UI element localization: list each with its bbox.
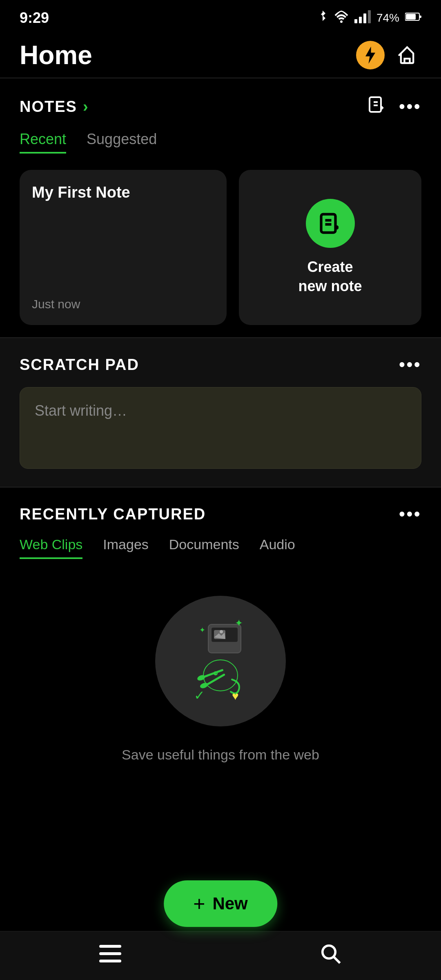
svg-text:✓: ✓ [194, 688, 205, 703]
scratch-textarea[interactable] [20, 387, 421, 469]
web-clips-empty-text: Save useful things from the web [122, 747, 319, 763]
flash-icon[interactable] [356, 41, 385, 69]
fab-plus-icon: + [193, 892, 205, 915]
web-clips-empty-state: ✦ ✦ ♥ [20, 579, 421, 763]
note-card-title: My First Note [32, 184, 214, 201]
svg-rect-35 [99, 952, 121, 955]
recently-captured-section: RECENTLY CAPTURED ••• Web Clips Images D… [0, 488, 441, 779]
captured-tabs: Web Clips Images Documents Audio [20, 537, 421, 559]
svg-text:♥: ♥ [232, 690, 239, 702]
svg-rect-4 [368, 10, 371, 23]
svg-rect-1 [354, 19, 357, 23]
captured-header: RECENTLY CAPTURED ••• [20, 504, 421, 524]
scratch-title: SCRATCH PAD [20, 356, 139, 374]
svg-text:✦: ✦ [199, 626, 205, 634]
tab-recent[interactable]: Recent [20, 131, 66, 154]
fab-label: New [212, 894, 247, 913]
scratch-header: SCRATCH PAD ••• [20, 354, 421, 375]
status-icons: 74% [317, 9, 421, 27]
notes-tabs: Recent Suggested [20, 131, 421, 154]
fab-container: + New [164, 880, 277, 927]
new-note-icon[interactable] [367, 95, 387, 118]
notes-section-header: NOTES › ••• [20, 95, 421, 118]
scratch-more-icon[interactable]: ••• [399, 354, 421, 375]
new-button[interactable]: + New [164, 880, 277, 927]
app-header: Home [0, 33, 441, 78]
status-time: 9:29 [20, 9, 49, 27]
app-title: Home [20, 40, 92, 70]
nav-menu[interactable] [75, 940, 146, 972]
battery-icon [405, 12, 421, 24]
header-icons [356, 41, 421, 69]
notes-arrow-icon: › [83, 98, 88, 116]
svg-point-0 [340, 20, 343, 23]
captured-tab-images[interactable]: Images [103, 537, 149, 559]
web-clips-illustration: ✦ ✦ ♥ [155, 596, 286, 726]
captured-more-icon[interactable]: ••• [399, 504, 421, 524]
note-card-time: Just now [32, 297, 214, 311]
svg-point-37 [323, 945, 336, 958]
captured-tab-documents[interactable]: Documents [169, 537, 239, 559]
create-note-label: Create new note [298, 258, 362, 296]
notes-more-icon[interactable]: ••• [399, 96, 421, 117]
scratch-pad-section: SCRATCH PAD ••• [0, 338, 441, 487]
notes-cards: My First Note Just now Create new note [20, 170, 421, 325]
bluetooth-icon [317, 9, 328, 27]
captured-title: RECENTLY CAPTURED [20, 506, 206, 523]
svg-rect-2 [359, 17, 362, 23]
svg-rect-36 [99, 960, 121, 962]
nav-search[interactable] [295, 939, 366, 973]
home-icon[interactable] [393, 41, 421, 69]
status-bar: 9:29 74% [0, 0, 441, 33]
svg-point-22 [220, 630, 223, 633]
wifi-icon [334, 11, 349, 26]
bottom-nav [0, 931, 441, 980]
svg-rect-3 [363, 13, 366, 23]
create-note-icon [306, 199, 355, 248]
captured-tab-webclips[interactable]: Web Clips [20, 537, 82, 559]
notes-section: NOTES › ••• Recent Suggested My First No… [0, 78, 441, 337]
signal-icon [354, 10, 371, 26]
svg-rect-34 [99, 945, 121, 948]
svg-line-38 [334, 956, 340, 963]
create-note-card[interactable]: Create new note [239, 170, 421, 325]
notes-title-row[interactable]: NOTES › [20, 98, 88, 116]
note-card-first[interactable]: My First Note Just now [20, 170, 227, 325]
svg-text:✦: ✦ [235, 617, 243, 628]
menu-icon [99, 944, 121, 968]
captured-tab-audio[interactable]: Audio [260, 537, 295, 559]
notes-title: NOTES [20, 98, 77, 116]
search-icon [320, 943, 342, 969]
battery-text: 74% [376, 11, 399, 24]
tab-suggested[interactable]: Suggested [87, 131, 157, 154]
notes-actions: ••• [367, 95, 421, 118]
svg-rect-7 [406, 14, 416, 20]
svg-rect-6 [419, 16, 421, 18]
